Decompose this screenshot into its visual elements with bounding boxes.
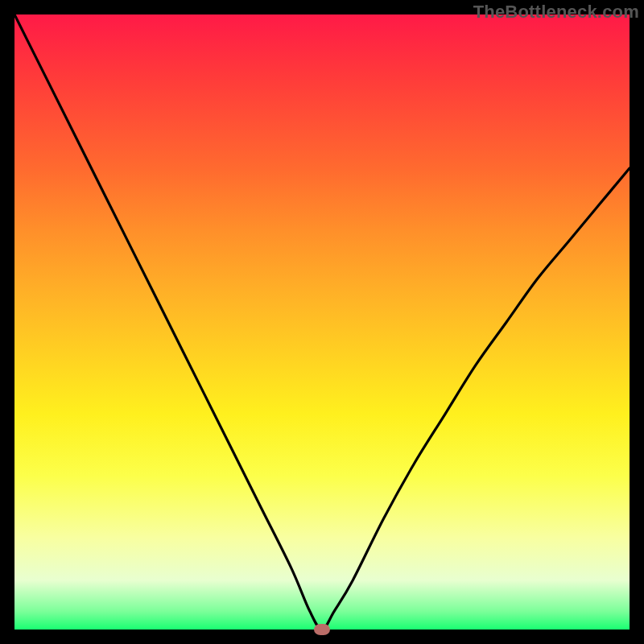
optimum-marker [314, 624, 330, 635]
plot-frame [14, 14, 630, 630]
watermark: TheBottleneck.com [473, 2, 639, 23]
bottleneck-curve [14, 14, 630, 630]
